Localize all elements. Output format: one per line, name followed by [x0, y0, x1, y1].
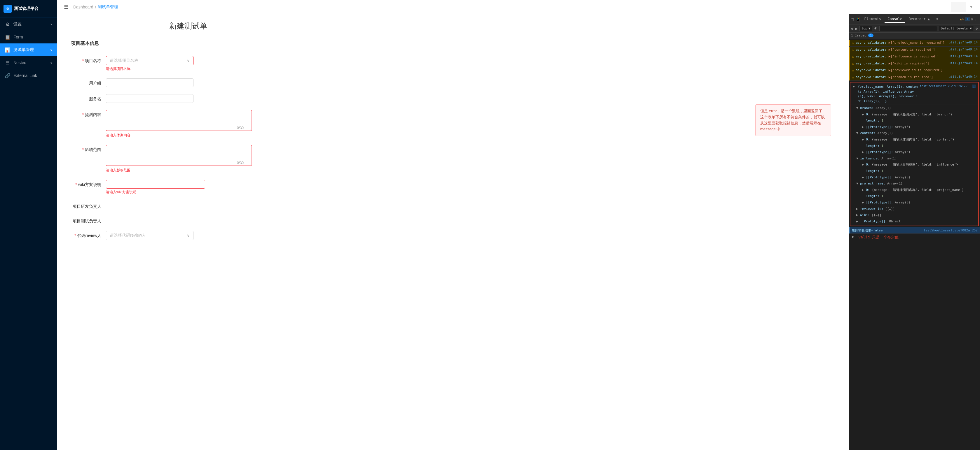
label-content: 提测内容	[71, 110, 106, 117]
logo-text: 测试管理平台	[14, 6, 38, 11]
wiki-error: 请输入wiki方案说明	[106, 190, 246, 195]
annotation-text: 但是 error，是一个数组，里面返回了这个表单下所有不符合条件的，就可以从这里…	[760, 109, 825, 131]
tab-console[interactable]: Console	[885, 16, 905, 23]
console-text: async-validator: ▶['wiki is required']	[856, 61, 947, 66]
console-link[interactable]: util.js?fa49:14	[949, 54, 978, 58]
code-reviewer-select[interactable]: 请选择代码review人 ∨	[106, 231, 194, 240]
issue-badge[interactable]: 1	[868, 33, 873, 37]
object-header-text: {project_name: Array(1), content: Array(…	[858, 84, 918, 104]
logo-icon: ⚙	[3, 5, 12, 13]
label-dev-owner: 项目研发负责人	[71, 202, 106, 209]
form-item-dev-owner: 项目研发负责人	[71, 202, 305, 209]
play-icon[interactable]: ▶	[855, 26, 858, 31]
obj-pname-proto: ▶ [[Prototype]]: Array(0)	[850, 200, 978, 206]
hamburger-menu[interactable]: ☰	[64, 4, 68, 10]
sidebar-item-settings[interactable]: ⚙ 设置 ∨	[0, 18, 57, 31]
expand-arrow-icon[interactable]: ▶	[852, 235, 854, 239]
warn-icon: ⚠	[852, 62, 854, 66]
obj-content-0: ▶ 0: {message: '请输入体测内容', field: 'conten…	[850, 136, 978, 143]
service-name-input[interactable]	[106, 94, 194, 103]
inspect-icon[interactable]: ⬚	[851, 17, 853, 22]
console-text: async-validator: ▶['reviewer_id is requi…	[856, 68, 978, 73]
eye-icon[interactable]: 👁	[874, 27, 878, 31]
obj-influence-length: length: 1	[850, 168, 978, 174]
content-textarea[interactable]	[106, 110, 252, 131]
select-placeholder: 请选择代码review人	[110, 233, 146, 238]
control-project-name: 请选择项目名称 ∨ 请选择项目名称	[106, 56, 246, 71]
form-item-influence: 影响范围 0/30 请输入影响范围	[71, 145, 305, 173]
obj-project-name: ▼ project_name: Array(1)	[850, 181, 978, 187]
devtools-console[interactable]: ⚠ async-validator: ▶['project_name is re…	[849, 38, 980, 450]
obj-content-proto: ▶ [[Prototype]]: Array(0)	[850, 149, 978, 155]
filter-input[interactable]	[879, 26, 937, 31]
sidebar-logo: ⚙ 测试管理平台	[0, 0, 57, 18]
control-code-reviewer: 请选择代码review人 ∨	[106, 231, 246, 240]
console-link[interactable]: util.js?fa49:14	[949, 48, 978, 51]
sidebar-item-external-link[interactable]: 🔗 External Link	[0, 69, 57, 82]
sidebar-item-nested[interactable]: ☰ Nested ∨	[0, 56, 57, 69]
project-name-select[interactable]: 请选择项目名称 ∨	[106, 56, 194, 65]
context-select[interactable]: top ▼	[859, 25, 873, 31]
obj-influence: ▼ influence: Array(1)	[850, 155, 978, 162]
devtools-toolbar: ⊘ ▶ top ▼ 👁 Default levels ▼ ⚙	[849, 24, 980, 33]
obj-branch-proto: ▶ [[Prototype]]: Array(0)	[850, 124, 978, 130]
sidebar-item-label: 测试单管理	[13, 47, 50, 52]
copy-icon[interactable]: i	[972, 84, 976, 88]
chevron-down-icon: ▼	[869, 27, 870, 30]
result-row: 规则校验结果=false testSheetInsert.vue?082a:25…	[849, 227, 980, 234]
settings-icon[interactable]: ⚙	[971, 17, 973, 21]
valid-comment-text: valid 只是一个布尔值	[858, 235, 899, 240]
console-text: async-validator: ▶['content is required'…	[856, 48, 947, 52]
block-icon[interactable]: ⊘	[851, 26, 853, 31]
gear-icon[interactable]: ⚙	[975, 27, 978, 31]
default-levels-select[interactable]: Default levels ▼	[939, 25, 974, 31]
settings-icon: ⚙	[5, 21, 11, 27]
object-block: ▼ {project_name: Array(1), content: Arra…	[850, 82, 979, 226]
tab-recorder[interactable]: Recorder ▲	[906, 16, 933, 23]
console-object-header-row: ▼ {project_name: Array(1), content: Arra…	[850, 84, 978, 105]
breadcrumb-home[interactable]: Dashboard	[73, 5, 93, 10]
more-icon[interactable]: ⋮	[974, 17, 978, 21]
object-link[interactable]: testSheetInsert.vue?082a:251	[920, 84, 969, 88]
section-title: 项目基本信息	[71, 41, 305, 49]
issues-text: 1 Issue:	[851, 33, 867, 37]
console-link[interactable]: util.js?fa49:14	[949, 61, 978, 65]
form-item-content: 提测内容 0/30 请输入体测内容	[71, 110, 305, 138]
obj-content-length: length: 1	[850, 143, 978, 149]
chevron-down-icon[interactable]: ▼	[969, 5, 973, 9]
sidebar-item-label: Nested	[13, 60, 50, 65]
context-label: top	[862, 27, 867, 30]
main-area: ☰ Dashboard / 测试单管理 ▼ 新建测试单 项目基本信息 项目名称	[57, 0, 980, 450]
label-project-name: 项目名称	[71, 56, 106, 63]
influence-textarea[interactable]	[106, 145, 252, 166]
breadcrumb-sep: /	[95, 5, 96, 10]
influence-char-count: 0/30	[237, 161, 244, 165]
info-count: 1	[965, 17, 970, 21]
label-wiki: wiki方案说明	[71, 180, 106, 187]
form-item-user-group: 用户组	[71, 78, 305, 87]
console-link[interactable]: util.js?fa49:14	[949, 75, 978, 79]
obj-pname-length: length: 1	[850, 193, 978, 200]
label-influence: 影响范围	[71, 145, 106, 152]
obj-prototype: ▶ [[Prototype]]: Object	[850, 218, 978, 225]
user-group-input[interactable]	[106, 78, 194, 87]
console-row: ⚠ async-validator: ▶['content is require…	[849, 47, 980, 54]
console-link[interactable]: util.js?fa49:14	[949, 41, 978, 44]
console-row: ⚠ async-validator: ▶['project_name is re…	[849, 40, 980, 47]
devtools-panel: ⬚ 📱 Elements Console Recorder ▲ » ▲6 1 ⚙…	[849, 14, 980, 450]
result-link[interactable]: testSheetInsert.vue?082a:252	[924, 228, 978, 232]
devtools-header-right: ▲6 1 ⚙ ⋮	[960, 17, 978, 21]
sidebar-item-test-management[interactable]: 📊 测试单管理 ∨	[0, 43, 57, 56]
sidebar-item-form[interactable]: 📋 Form	[0, 31, 57, 43]
warn-icon: ⚠	[852, 41, 854, 45]
result-text: 规则校验结果=false	[852, 228, 883, 233]
form-item-service-name: 服务名	[71, 94, 305, 103]
tab-elements[interactable]: Elements	[861, 16, 884, 23]
device-icon[interactable]: 📱	[856, 17, 861, 22]
expand-arrow-icon[interactable]: ▼	[853, 84, 855, 89]
obj-branch-length: length: 1	[850, 117, 978, 124]
wiki-input[interactable]	[106, 180, 205, 189]
form-icon: 📋	[5, 34, 11, 40]
warn-icon: ⚠	[852, 68, 854, 72]
tab-more[interactable]: »	[933, 16, 941, 23]
